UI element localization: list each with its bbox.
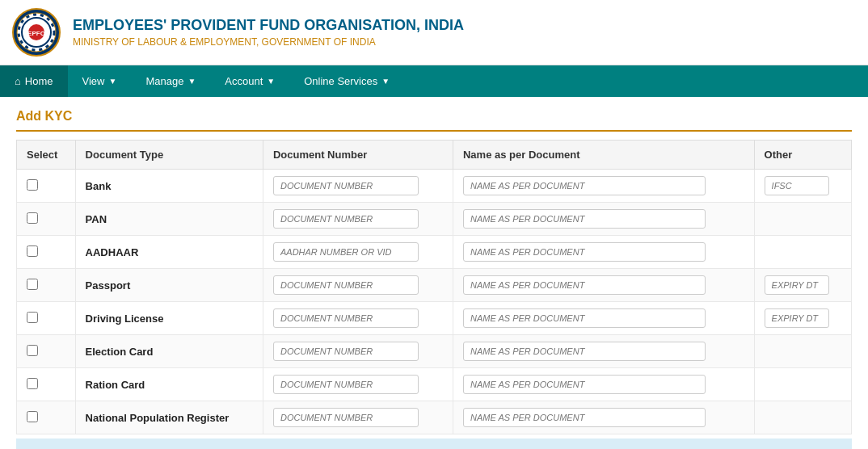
checkbox-pan[interactable]	[27, 212, 38, 224]
checkbox-driving-license[interactable]	[27, 312, 38, 323]
table-header-row: Select Document Type Document Number Nam…	[17, 141, 852, 170]
nav-account[interactable]: Account ▼	[210, 65, 289, 97]
nav-account-label: Account	[225, 75, 263, 87]
checkbox-passport[interactable]	[27, 279, 38, 290]
page-title: Add KYC	[16, 109, 852, 132]
col-select: Select	[17, 141, 76, 170]
col-doc-number: Document Number	[263, 141, 453, 170]
logo: EPFO	[12, 8, 61, 57]
org-subtitle: MINISTRY OF LABOUR & EMPLOYMENT, GOVERNM…	[73, 36, 464, 48]
table-row: PAN	[17, 203, 852, 236]
checkbox-npr[interactable]	[27, 411, 38, 422]
nav-manage[interactable]: Manage ▼	[131, 65, 210, 97]
table-row: AADHAAR	[17, 236, 852, 269]
nav-home[interactable]: ⌂ Home	[0, 65, 68, 97]
doc-type-aadhaar: AADHAAR	[75, 236, 263, 269]
doc-type-passport: Passport	[75, 269, 263, 302]
name-input-driving-license[interactable]	[463, 308, 706, 328]
nav-view[interactable]: View ▼	[68, 65, 132, 97]
table-row: Passport	[17, 269, 852, 302]
checkbox-election-card[interactable]	[27, 345, 38, 356]
table-row: Election Card	[17, 335, 852, 368]
doc-number-input-pan[interactable]	[273, 209, 419, 229]
chevron-down-icon: ▼	[267, 77, 275, 86]
doc-type-bank: Bank	[75, 170, 263, 203]
chevron-down-icon: ▼	[381, 77, 390, 86]
checkbox-ration-card[interactable]	[27, 378, 38, 389]
checkbox-bank[interactable]	[27, 179, 38, 191]
col-name: Name as per Document	[453, 141, 754, 170]
name-input-election-card[interactable]	[463, 342, 706, 361]
doc-number-input-ration-card[interactable]	[273, 375, 419, 394]
doc-number-input-bank[interactable]	[273, 176, 419, 195]
nav-home-label: Home	[25, 75, 53, 87]
name-input-bank[interactable]	[463, 176, 706, 195]
main-content: Add KYC Select Document Type Document Nu…	[0, 97, 868, 449]
svg-text:EPFO: EPFO	[27, 30, 45, 37]
doc-type-election-card: Election Card	[75, 335, 263, 368]
nav-online-services-label: Online Services	[304, 75, 377, 87]
logo-icon: EPFO	[12, 8, 61, 57]
org-name: EMPLOYEES' PROVIDENT FUND ORGANISATION, …	[73, 17, 464, 34]
chevron-down-icon: ▼	[109, 77, 117, 86]
nav-view-label: View	[82, 75, 105, 87]
doc-type-npr: National Population Register	[75, 401, 263, 434]
table-row: National Population Register	[17, 401, 852, 434]
nav-manage-label: Manage	[145, 75, 183, 87]
other-input-driving-license[interactable]	[765, 308, 829, 328]
other-input-bank[interactable]	[765, 176, 829, 195]
doc-type-ration-card: Ration Card	[75, 368, 263, 401]
table-row: Bank	[17, 170, 852, 203]
doc-number-input-election-card[interactable]	[273, 342, 419, 361]
nav-online-services[interactable]: Online Services ▼	[289, 65, 404, 97]
doc-number-input-npr[interactable]	[273, 408, 419, 427]
name-input-pan[interactable]	[463, 209, 706, 229]
home-icon: ⌂	[15, 75, 21, 87]
doc-number-input-passport[interactable]	[273, 275, 419, 295]
doc-type-driving-license: Driving License	[75, 302, 263, 335]
kyc-table: Select Document Type Document Number Nam…	[16, 140, 852, 434]
col-doc-type: Document Type	[75, 141, 263, 170]
doc-number-input-aadhaar[interactable]	[273, 242, 419, 262]
name-input-ration-card[interactable]	[463, 375, 706, 394]
navbar: ⌂ Home View ▼ Manage ▼ Account ▼ Online …	[0, 65, 868, 97]
footer-note: ***Submit document proof to your employe…	[16, 439, 852, 449]
table-row: Driving License	[17, 302, 852, 335]
org-info: EMPLOYEES' PROVIDENT FUND ORGANISATION, …	[73, 17, 464, 48]
other-input-passport[interactable]	[765, 275, 829, 295]
name-input-passport[interactable]	[463, 275, 706, 295]
chevron-down-icon: ▼	[188, 77, 196, 86]
table-row: Ration Card	[17, 368, 852, 401]
checkbox-aadhaar[interactable]	[27, 245, 38, 257]
name-input-npr[interactable]	[463, 408, 706, 427]
name-input-aadhaar[interactable]	[463, 242, 706, 262]
header: EPFO EMPLOYEES' PROVIDENT FUND ORGANISAT…	[0, 0, 868, 65]
col-other: Other	[754, 141, 851, 170]
doc-type-pan: PAN	[75, 203, 263, 236]
doc-number-input-driving-license[interactable]	[273, 308, 419, 328]
